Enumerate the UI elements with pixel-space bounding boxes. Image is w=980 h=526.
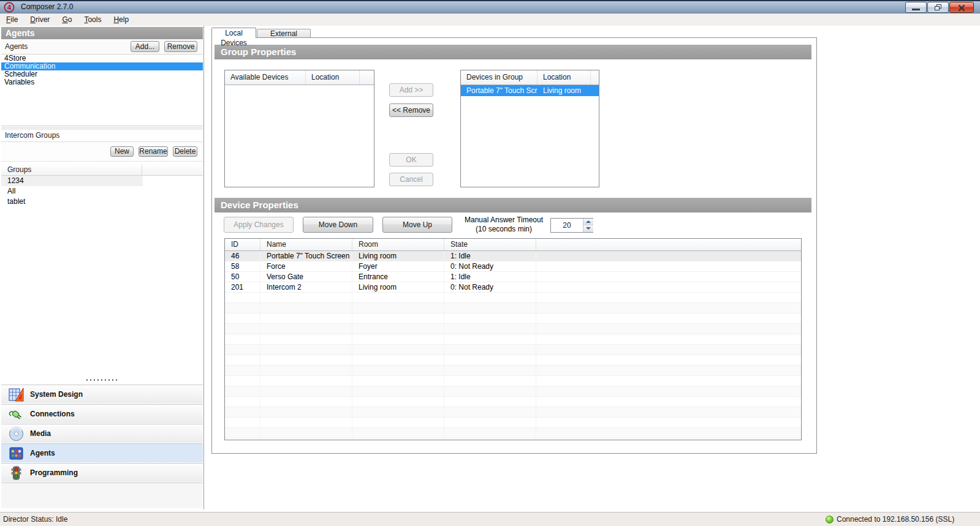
device-table-empty-row[interactable] (225, 418, 801, 428)
add-agent-button[interactable]: Add... (131, 41, 159, 52)
nav-connections[interactable]: Connections (1, 404, 203, 423)
cell-empty (225, 407, 260, 417)
remove-device-button[interactable]: << Remove (389, 103, 433, 117)
group-row-all[interactable]: All (1, 186, 15, 197)
tab-local-devices[interactable]: Local Devices (211, 28, 256, 38)
column-available-devices[interactable]: Available Devices (225, 70, 306, 85)
cell-empty (225, 303, 260, 313)
device-table-empty-row[interactable] (225, 293, 801, 303)
device-table-empty-row[interactable] (225, 324, 801, 334)
spin-down-button[interactable] (583, 225, 593, 232)
manual-answer-timeout-spinner[interactable]: 20 (550, 218, 593, 233)
programming-icon (8, 465, 25, 481)
cell-empty (352, 293, 444, 302)
nav-media[interactable]: Media (1, 424, 203, 443)
device-row-201[interactable]: 201 Intercom 2 Living room 0: Not Ready (225, 282, 801, 293)
spin-up-button[interactable] (583, 219, 593, 225)
cell-room: Foyer (352, 261, 444, 271)
cell-name: Intercom 2 (260, 282, 352, 292)
device-table-empty-row[interactable] (225, 314, 801, 324)
column-location[interactable]: Location (306, 70, 360, 85)
groups-column-header: Groups (1, 164, 203, 176)
tab-external-devices[interactable]: External Devices (257, 29, 311, 38)
device-table-empty-row[interactable] (225, 386, 801, 397)
menu-help[interactable]: Help (107, 13, 135, 26)
column-devices-in-group[interactable]: Devices in Group (461, 70, 537, 85)
add-device-button[interactable]: Add >> (389, 83, 433, 97)
nav-system-design[interactable]: System Design (1, 385, 203, 404)
column-state[interactable]: State (444, 239, 536, 250)
arrow-up-icon (586, 220, 591, 223)
close-icon (957, 4, 966, 12)
cell-empty (444, 407, 536, 417)
nav-footer-area (1, 483, 203, 508)
move-down-button[interactable]: Move Down (303, 217, 373, 233)
cell-empty (352, 324, 444, 334)
remove-agent-button[interactable]: Remove (164, 41, 197, 52)
device-table-empty-row[interactable] (225, 428, 801, 438)
minimize-button[interactable] (905, 2, 927, 13)
cell-id: 58 (225, 261, 260, 271)
cell-empty (536, 303, 801, 313)
available-devices-table[interactable]: Available Devices Location (224, 70, 374, 187)
ok-button[interactable]: OK (389, 153, 433, 167)
restore-button[interactable] (927, 2, 949, 13)
device-table-empty-row[interactable] (225, 407, 801, 418)
cell-empty (444, 386, 536, 396)
nav-agents[interactable]: Agents (1, 443, 203, 462)
panel-splitter[interactable] (0, 378, 204, 383)
devices-in-group-table-header: Devices in Group Location (461, 70, 599, 85)
composer-window: 4 Composer 2.7.0 File Driver Go Tools He… (0, 0, 980, 526)
column-spacer (591, 70, 599, 85)
apply-changes-button[interactable]: Apply Changes (224, 217, 294, 233)
column-name[interactable]: Name (260, 239, 352, 250)
cell-empty (225, 386, 260, 396)
delete-group-button[interactable]: Delete (173, 146, 197, 157)
device-row-58[interactable]: 58 Force Foyer 0: Not Ready (225, 261, 801, 272)
group-row-1234[interactable]: 1234 (1, 176, 143, 186)
nav-programming[interactable]: Programming (1, 463, 203, 482)
close-button[interactable] (949, 2, 974, 13)
cell-empty (536, 428, 801, 438)
rename-group-button[interactable]: Rename (139, 146, 168, 157)
device-table-empty-row[interactable] (225, 334, 801, 345)
group-properties-header: Group Properties (215, 45, 811, 59)
cell-empty (352, 345, 444, 355)
cell-empty (260, 397, 352, 407)
menu-driver[interactable]: Driver (24, 13, 56, 26)
device-table-empty-row[interactable] (225, 397, 801, 407)
cell-name: Portable 7" Touch Screen ... (260, 251, 352, 261)
group-row-tablet[interactable]: tablet (1, 197, 25, 207)
selected-device-row[interactable]: Portable 7" Touch Scr... Living room (461, 85, 599, 96)
device-table-empty-row[interactable] (225, 376, 801, 386)
cell-empty (444, 418, 536, 427)
titlebar[interactable]: 4 Composer 2.7.0 (0, 0, 980, 13)
device-table-empty-row[interactable] (225, 366, 801, 376)
agent-item-variables[interactable]: Variables (1, 78, 203, 86)
cell-empty (260, 366, 352, 375)
device-table-empty-row[interactable] (225, 303, 801, 314)
device-properties-table[interactable]: ID Name Room State 46 Portable 7" Touch … (224, 238, 802, 440)
menu-go[interactable]: Go (56, 13, 78, 26)
cell-empty (260, 376, 352, 386)
cell-empty (260, 303, 352, 313)
device-table-empty-row[interactable] (225, 345, 801, 355)
cell-empty (536, 334, 801, 344)
cell-empty (352, 418, 444, 427)
new-group-button[interactable]: New (110, 146, 134, 157)
device-row-50[interactable]: 50 Verso Gate Entrance 1: Idle (225, 272, 801, 282)
column-location[interactable]: Location (537, 70, 591, 85)
device-table-empty-row[interactable] (225, 355, 801, 366)
devices-in-group-table[interactable]: Devices in Group Location Portable 7" To… (460, 70, 599, 187)
agents-label: Agents (5, 42, 28, 51)
move-up-button[interactable]: Move Up (382, 217, 452, 233)
column-room[interactable]: Room (352, 239, 444, 250)
menu-file[interactable]: File (0, 13, 24, 26)
timeout-label-line1: Manual Answer Timeout (457, 216, 550, 225)
column-id[interactable]: ID (225, 239, 260, 250)
cell-empty (260, 355, 352, 365)
cancel-button[interactable]: Cancel (389, 173, 433, 186)
manual-answer-timeout-input[interactable]: 20 (551, 219, 583, 232)
menu-tools[interactable]: Tools (78, 13, 107, 26)
device-row-46[interactable]: 46 Portable 7" Touch Screen ... Living r… (225, 251, 801, 261)
